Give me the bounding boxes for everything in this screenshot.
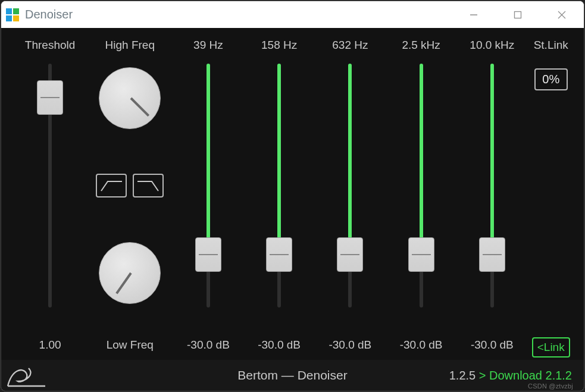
knob-indicator <box>130 98 150 117</box>
download-link[interactable]: > Download 2.1.2 <box>479 369 572 382</box>
band-value-0: -30.0 dB <box>187 338 230 360</box>
threshold-slider[interactable] <box>13 64 87 308</box>
low-freq-knob[interactable] <box>99 242 161 304</box>
titlebar[interactable]: Denoiser <box>1 1 584 28</box>
stlink-percent[interactable]: 0% <box>534 68 568 90</box>
highpass-icon <box>99 178 123 193</box>
app-window: Denoiser Threshold High Freq 39 Hz <box>1 1 584 391</box>
footer-brand: Bertom — Denoiser <box>237 368 347 382</box>
low-freq-label: Low Freq <box>107 338 154 360</box>
maximize-icon <box>514 11 522 19</box>
band-thumb[interactable] <box>266 237 292 272</box>
app-icon <box>6 8 19 21</box>
band-slider-1[interactable] <box>244 64 315 308</box>
stlink-label: St.Link <box>534 39 568 60</box>
watermark: CSDN @ztvzbj <box>528 382 573 390</box>
band-slider-2[interactable] <box>315 64 386 308</box>
band-thumb[interactable] <box>479 237 505 272</box>
plugin-body: Threshold High Freq 39 Hz 158 Hz 632 Hz … <box>1 28 584 391</box>
version-label: 1.2.5 <box>449 369 475 382</box>
threshold-label: Threshold <box>25 39 76 60</box>
close-button[interactable] <box>540 1 584 28</box>
minimize-icon <box>470 11 478 19</box>
band-label-4: 10.0 kHz <box>470 39 514 60</box>
band-value-3: -30.0 dB <box>400 338 443 360</box>
band-label-0: 39 Hz <box>193 39 223 60</box>
band-value-1: -30.0 dB <box>258 338 301 360</box>
band-label-2: 632 Hz <box>332 39 368 60</box>
band-slider-3[interactable] <box>386 64 456 308</box>
band-label-3: 2.5 kHz <box>402 39 440 60</box>
window-controls <box>452 1 584 28</box>
window-title: Denoiser <box>25 8 73 21</box>
footer: Bertom — Denoiser 1.2.5 > Download 2.1.2 <box>1 360 584 391</box>
band-thumb[interactable] <box>195 237 221 272</box>
highpass-button[interactable] <box>96 174 127 197</box>
band-value-2: -30.0 dB <box>329 338 371 360</box>
bottom-values-row: 1.00 Low Freq -30.0 dB -30.0 dB -30.0 dB… <box>13 335 572 360</box>
band-label-1: 158 Hz <box>261 39 297 60</box>
lowpass-icon <box>136 178 160 193</box>
side-panel: 0% <box>527 64 572 335</box>
link-button[interactable]: <Link <box>532 337 570 357</box>
band-slider-4[interactable] <box>456 64 527 308</box>
maximize-button[interactable] <box>496 1 540 28</box>
band-thumb[interactable] <box>408 237 434 272</box>
controls-row: 0% <box>13 60 572 335</box>
close-icon <box>557 10 567 20</box>
svg-rect-1 <box>515 11 521 18</box>
band-value-4: -30.0 dB <box>471 338 514 360</box>
knob-indicator <box>116 272 132 294</box>
top-labels-row: Threshold High Freq 39 Hz 158 Hz 632 Hz … <box>13 39 572 60</box>
lowpass-button[interactable] <box>133 174 164 197</box>
main-area: Threshold High Freq 39 Hz 158 Hz 632 Hz … <box>1 28 584 360</box>
band-slider-0[interactable] <box>173 64 243 308</box>
high-freq-label: High Freq <box>105 39 155 60</box>
threshold-value: 1.00 <box>39 338 61 360</box>
band-thumb[interactable] <box>337 237 363 272</box>
high-freq-knob[interactable] <box>99 67 161 129</box>
threshold-thumb[interactable] <box>37 80 63 115</box>
minimize-button[interactable] <box>452 1 496 28</box>
brand-logo-icon <box>6 363 48 390</box>
